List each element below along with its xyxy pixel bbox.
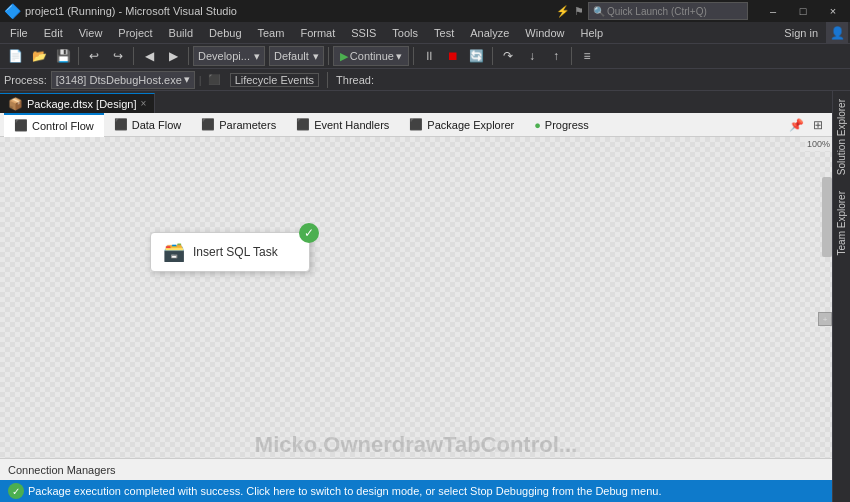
- tab-parameters[interactable]: ⬛ Parameters: [191, 113, 286, 137]
- insert-sql-task-box[interactable]: ✓ 🗃️ Insert SQL Task: [150, 232, 310, 272]
- menu-help[interactable]: Help: [572, 22, 611, 44]
- toolbar-separator-7: [571, 47, 572, 65]
- event-handlers-label: Event Handlers: [314, 119, 389, 131]
- toolbar-extra[interactable]: ≡: [576, 45, 598, 67]
- design-canvas: 100% ✓ 🗃️ Insert SQL Task + Micko.Ownerd…: [0, 137, 832, 480]
- process-chevron: ▾: [184, 73, 190, 86]
- toolbar-restart[interactable]: 🔄: [466, 45, 488, 67]
- doc-tabs: 📦 Package.dtsx [Design] ×: [0, 91, 832, 113]
- menu-analyze[interactable]: Analyze: [462, 22, 517, 44]
- canvas-nav-box[interactable]: +: [818, 312, 832, 326]
- menu-edit[interactable]: Edit: [36, 22, 71, 44]
- info-bar: ✓ Package execution completed with succe…: [0, 480, 832, 502]
- right-sidebar: Solution Explorer Team Explorer: [832, 91, 850, 502]
- develop-label: Developi...: [198, 50, 250, 62]
- designer-pin-btn[interactable]: 📌: [786, 115, 806, 135]
- toolbar-stepover[interactable]: ↷: [497, 45, 519, 67]
- connection-managers-label: Connection Managers: [8, 464, 116, 476]
- sql-task-icon: 🗃️: [163, 241, 185, 263]
- toolbar-stepinto[interactable]: ↓: [521, 45, 543, 67]
- default-chevron: ▾: [313, 50, 319, 63]
- process-icon-bar: |: [199, 74, 202, 86]
- menu-window[interactable]: Window: [517, 22, 572, 44]
- toolbar-back[interactable]: ◀: [138, 45, 160, 67]
- tab-package-explorer[interactable]: ⬛ Package Explorer: [399, 113, 524, 137]
- restore-button[interactable]: □: [790, 0, 816, 22]
- default-dropdown[interactable]: Default ▾: [269, 46, 324, 66]
- thread-label: Thread:: [336, 74, 374, 86]
- toolbar-separator-3: [188, 47, 189, 65]
- default-label: Default: [274, 50, 309, 62]
- toolbar-undo[interactable]: ↩: [83, 45, 105, 67]
- toolbar-pause[interactable]: ⏸: [418, 45, 440, 67]
- toolbar-separator-2: [133, 47, 134, 65]
- toolbar-stepout[interactable]: ↑: [545, 45, 567, 67]
- toolbar-separator-4: [328, 47, 329, 65]
- continue-chevron: ▾: [396, 50, 402, 63]
- menu-tools[interactable]: Tools: [384, 22, 426, 44]
- menu-team[interactable]: Team: [250, 22, 293, 44]
- minimize-button[interactable]: –: [760, 0, 786, 22]
- toolbar-separator-1: [78, 47, 79, 65]
- process-dropdown[interactable]: [3148] DtsDebugHost.exe ▾: [51, 71, 195, 89]
- account-icon: 👤: [830, 26, 845, 40]
- toolbar-separator-6: [492, 47, 493, 65]
- quick-launch-box: 🔍 Quick Launch (Ctrl+Q): [588, 2, 748, 20]
- canvas-scrollbar-thumb[interactable]: [822, 177, 832, 257]
- menu-format[interactable]: Format: [292, 22, 343, 44]
- continue-button[interactable]: ▶ Continue ▾: [333, 46, 409, 66]
- doc-tab-close[interactable]: ×: [140, 98, 146, 109]
- menu-test[interactable]: Test: [426, 22, 462, 44]
- parameters-icon: ⬛: [201, 118, 215, 131]
- progress-icon: ●: [534, 119, 541, 131]
- package-explorer-icon: ⬛: [409, 118, 423, 131]
- menu-view[interactable]: View: [71, 22, 111, 44]
- menu-file[interactable]: File: [2, 22, 36, 44]
- menu-build[interactable]: Build: [161, 22, 201, 44]
- info-success-icon: ✓: [8, 483, 24, 499]
- tab-control-flow[interactable]: ⬛ Control Flow: [4, 113, 104, 137]
- tab-progress[interactable]: ● Progress: [524, 113, 599, 137]
- sign-in-button[interactable]: Sign in: [776, 25, 826, 41]
- toolbar-btn-1[interactable]: 📄: [4, 45, 26, 67]
- process-bar: Process: [3148] DtsDebugHost.exe ▾ | ⬛ L…: [0, 69, 850, 91]
- sidebar-tab-solution-explorer[interactable]: Solution Explorer: [834, 91, 849, 183]
- title-bar: 🔷 project1 (Running) - Microsoft Visual …: [0, 0, 850, 22]
- toolbar-redo[interactable]: ↪: [107, 45, 129, 67]
- toolbar-btn-2[interactable]: 📂: [28, 45, 50, 67]
- flag-icon: ⚑: [574, 5, 584, 18]
- search-icon: 🔍: [593, 6, 605, 17]
- doc-area: 📦 Package.dtsx [Design] × ⬛ Control Flow…: [0, 91, 832, 502]
- toolbar-stop[interactable]: ⏹: [442, 45, 464, 67]
- tab-event-handlers[interactable]: ⬛ Event Handlers: [286, 113, 399, 137]
- doc-tab-package[interactable]: 📦 Package.dtsx [Design] ×: [0, 93, 155, 113]
- designer-toolbar-right: 📌 ⊞: [786, 115, 828, 135]
- menu-project[interactable]: Project: [110, 22, 160, 44]
- continue-play-icon: ▶: [340, 50, 348, 63]
- toolbar-separator-5: [413, 47, 414, 65]
- tab-data-flow[interactable]: ⬛ Data Flow: [104, 113, 192, 137]
- menu-debug[interactable]: Debug: [201, 22, 249, 44]
- process-toolbar-btn[interactable]: ⬛: [206, 69, 222, 91]
- sidebar-tab-team-explorer[interactable]: Team Explorer: [834, 183, 849, 263]
- info-bar-text[interactable]: Package execution completed with success…: [28, 485, 661, 497]
- title-bar-text: project1 (Running) - Microsoft Visual St…: [25, 5, 552, 17]
- designer-grid-btn[interactable]: ⊞: [808, 115, 828, 135]
- process-label: Process:: [4, 74, 47, 86]
- doc-tab-label: Package.dtsx [Design]: [27, 98, 136, 110]
- account-button[interactable]: 👤: [826, 22, 848, 44]
- canvas-overlay-text: Micko.OwnerdrawTabControl...: [0, 432, 832, 458]
- connection-managers-bar: Connection Managers: [0, 458, 832, 480]
- toolbar-forward[interactable]: ▶: [162, 45, 184, 67]
- main-container: 📦 Package.dtsx [Design] × ⬛ Control Flow…: [0, 91, 850, 502]
- toolbar-btn-3[interactable]: 💾: [52, 45, 74, 67]
- parameters-label: Parameters: [219, 119, 276, 131]
- designer-toolbar: ⬛ Control Flow ⬛ Data Flow ⬛ Parameters …: [0, 113, 832, 137]
- close-button[interactable]: ×: [820, 0, 846, 22]
- menu-ssis[interactable]: SSIS: [343, 22, 384, 44]
- develop-dropdown[interactable]: Developi... ▾: [193, 46, 265, 66]
- menu-bar: File Edit View Project Build Debug Team …: [0, 22, 850, 44]
- event-handlers-icon: ⬛: [296, 118, 310, 131]
- data-flow-label: Data Flow: [132, 119, 182, 131]
- sql-task-label: Insert SQL Task: [193, 245, 278, 259]
